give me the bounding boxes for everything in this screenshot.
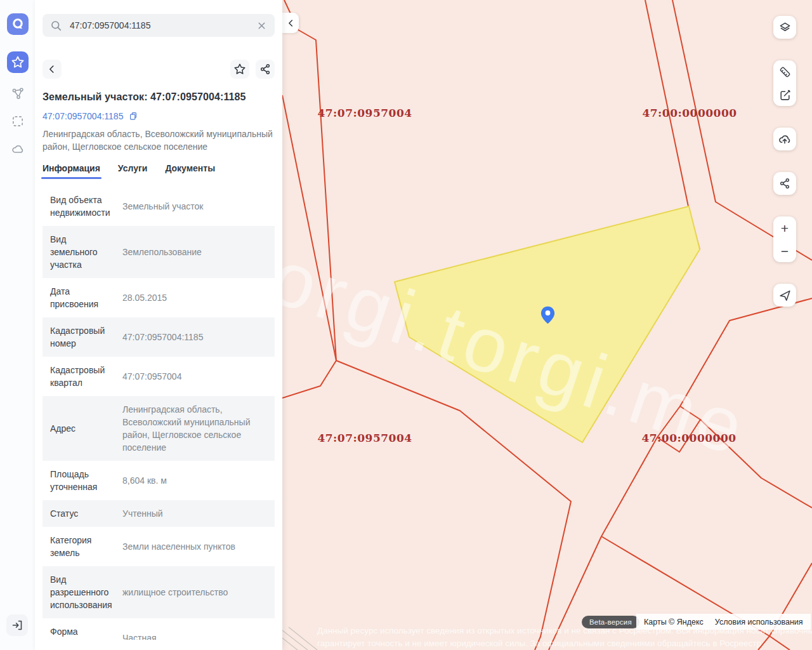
table-row: Площадь уточненная8,604 кв. м bbox=[43, 461, 275, 500]
zoom-out-button[interactable]: − bbox=[773, 239, 796, 262]
share-button[interactable] bbox=[256, 60, 275, 79]
cloud-icon bbox=[11, 142, 25, 156]
navigate-icon bbox=[778, 289, 792, 302]
layers-icon bbox=[778, 21, 792, 34]
chevron-left-icon bbox=[46, 63, 58, 75]
clear-search-icon[interactable] bbox=[256, 20, 267, 31]
quarter-label: 47:00:0000000 bbox=[642, 107, 737, 119]
tab-services[interactable]: Услуги bbox=[118, 163, 148, 179]
search-bar bbox=[43, 14, 275, 37]
logo-icon bbox=[10, 17, 25, 32]
attributes-table: Вид объекта недвижимостиЗемельный участо… bbox=[43, 187, 275, 650]
measure-edit-group bbox=[773, 60, 796, 106]
sidebar-item-cloud[interactable] bbox=[10, 142, 25, 157]
parcel-polygon[interactable] bbox=[395, 206, 700, 442]
layers-button[interactable] bbox=[773, 16, 796, 39]
star-icon bbox=[11, 55, 25, 69]
cloud-upload-icon bbox=[778, 132, 792, 146]
table-row: Вид разрешенного использованияжилищное с… bbox=[43, 566, 275, 618]
app-logo[interactable] bbox=[7, 13, 29, 35]
upload-button[interactable] bbox=[773, 128, 796, 150]
quarter-label: 47:00:0000000 bbox=[641, 432, 736, 444]
table-row: СтатусУчтенный bbox=[43, 500, 275, 527]
dashed-square-icon bbox=[11, 114, 25, 128]
cadastral-number-link[interactable]: 47:07:0957004:1185 bbox=[43, 111, 123, 121]
cadastral-lines-layer bbox=[282, 0, 812, 650]
copy-icon[interactable] bbox=[128, 111, 138, 121]
table-row: Категория земельЗемли населенных пунктов bbox=[43, 527, 275, 566]
yandex-maps-link[interactable]: Карты © Яндекс bbox=[644, 618, 704, 627]
draw-button[interactable] bbox=[773, 83, 796, 106]
ruler-icon bbox=[778, 65, 792, 79]
back-button[interactable] bbox=[43, 60, 62, 79]
table-row: Вид объекта недвижимостиЗемельный участо… bbox=[43, 187, 275, 226]
page-title: Земельный участок: 47:07:0957004:1185 bbox=[43, 91, 275, 103]
tab-bar: Информация Услуги Документы bbox=[43, 163, 275, 179]
icon-rail bbox=[0, 0, 35, 650]
chevron-left-icon bbox=[286, 18, 296, 28]
star-outline-icon bbox=[233, 63, 246, 76]
table-row: Кадастровый номер47:07:0957004:1185 bbox=[43, 317, 275, 357]
beta-badge: Beta-версия bbox=[582, 616, 639, 628]
quarter-label: 47:07:0957004 bbox=[317, 432, 412, 444]
sidebar-item-polygon-tool[interactable] bbox=[10, 86, 25, 101]
locate-button[interactable] bbox=[773, 284, 796, 307]
object-address: Ленинградская область, Всеволожский муни… bbox=[43, 128, 275, 153]
panel-bottom-cover bbox=[35, 640, 282, 650]
zoom-in-button[interactable]: + bbox=[773, 216, 796, 239]
search-input[interactable] bbox=[69, 20, 256, 31]
zoom-control: + − bbox=[773, 216, 796, 262]
table-row: Кадастровый квартал47:07:0957004 bbox=[43, 357, 275, 396]
tab-documents[interactable]: Документы bbox=[165, 163, 215, 179]
edit-icon bbox=[778, 88, 792, 102]
share-icon bbox=[259, 63, 272, 76]
table-row: Дата присвоения28.05.2015 bbox=[43, 278, 275, 317]
map-attribution: Карты © Яндекс Условия использования bbox=[636, 614, 811, 630]
sidebar-item-favorites[interactable] bbox=[7, 51, 29, 73]
share-icon bbox=[778, 177, 791, 190]
info-panel: Земельный участок: 47:07:0957004:1185 47… bbox=[35, 0, 282, 650]
ruler-button[interactable] bbox=[773, 60, 796, 83]
sidebar-item-select-area[interactable] bbox=[10, 114, 25, 129]
cadastral-number-row: 47:07:0957004:1185 bbox=[43, 111, 275, 121]
panel-actions bbox=[43, 60, 275, 79]
quarter-label: 47:07:0957004 bbox=[317, 107, 412, 119]
login-icon bbox=[11, 619, 23, 632]
table-row: АдресЛенинградская область, Всеволожский… bbox=[43, 396, 275, 461]
app-root: Земельный участок: 47:07:0957004:1185 47… bbox=[0, 0, 812, 650]
polygon-nodes-icon bbox=[11, 86, 25, 100]
map-canvas[interactable]: torgi.torgi.me 47:07:0957004 47:00:00000… bbox=[282, 0, 812, 650]
terms-of-use-link[interactable]: Условия использования bbox=[715, 618, 803, 627]
share-map-button[interactable] bbox=[773, 172, 796, 195]
login-button[interactable] bbox=[6, 614, 28, 636]
favorite-button[interactable] bbox=[230, 60, 249, 79]
tab-information[interactable]: Информация bbox=[43, 163, 100, 179]
table-row: Вид земельного участкаЗемлепользование bbox=[43, 226, 275, 278]
map-pin-icon[interactable] bbox=[540, 306, 555, 324]
collapse-panel-button[interactable] bbox=[282, 13, 299, 33]
search-icon bbox=[50, 20, 62, 32]
